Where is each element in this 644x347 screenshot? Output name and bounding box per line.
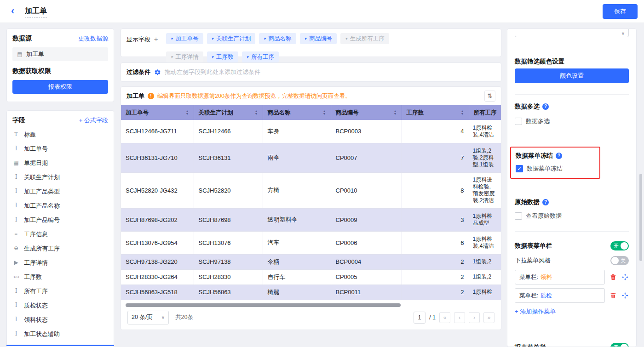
table-cell: 车身 — [263, 120, 331, 143]
title-icon: T — [12, 131, 20, 138]
next-page-button[interactable]: › — [469, 312, 480, 323]
horizontal-scroll-indicator[interactable] — [6, 345, 114, 346]
page-title[interactable]: 加工单 — [25, 6, 47, 18]
last-page-button[interactable]: » — [483, 312, 494, 323]
color-settings-label: 数据筛选颜色设置 — [515, 57, 629, 66]
report-permission-button[interactable]: 报表权限 — [12, 80, 108, 94]
field-item[interactable]: Ⅰ加工产品名称 — [12, 199, 108, 213]
color-settings-button[interactable]: 颜色设置 — [515, 68, 629, 83]
table-cell: 2 — [402, 269, 469, 284]
page-size-select[interactable]: 20 条/页 ∨ — [127, 311, 169, 324]
field-item[interactable]: ⊖生成所有工序 — [12, 241, 108, 256]
chevron-down-icon: ∨ — [621, 31, 625, 36]
table-row[interactable]: SCJH97138-JG220SCJH97138伞柄BCP000421组装,2 — [121, 254, 501, 269]
fields-header: 字段 — [12, 116, 25, 125]
toggle-knob — [621, 344, 628, 347]
prev-page-button[interactable]: ‹ — [454, 312, 465, 323]
change-datasource-link[interactable]: 更改数据源 — [78, 34, 108, 43]
dropdown-style-toggle[interactable]: 关 — [610, 256, 629, 265]
table-row[interactable]: SCJH28330-JG264SCJH28330自行车CP000521组装,2 — [121, 269, 501, 284]
table-cell: BCP0003 — [331, 120, 402, 143]
move-icon[interactable] — [621, 292, 629, 299]
column-header[interactable]: 加工单号▲▼ — [121, 105, 194, 120]
sort-order-icon[interactable]: ⇅ — [484, 91, 495, 102]
menu-name-input[interactable]: 菜单栏: 领料 — [515, 270, 605, 284]
collapsed-dropdown[interactable]: ∨ — [515, 28, 629, 37]
table-row[interactable]: SCJH56863-JG518SCJH56863椅腿BCP001121原料检 — [121, 284, 501, 300]
multiselect-checkbox[interactable] — [515, 118, 522, 125]
field-item[interactable]: ≡工序信息 — [12, 227, 108, 241]
move-icon[interactable] — [621, 273, 629, 281]
toggle-knob — [621, 242, 628, 250]
raw-data-checkbox[interactable] — [515, 212, 522, 220]
display-field-chip[interactable]: ▾加工单号 — [166, 33, 203, 44]
save-button[interactable]: 保存 — [603, 4, 638, 19]
add-display-field-button[interactable]: + — [154, 35, 158, 43]
display-field-chip[interactable]: ▾商品名称 — [259, 33, 296, 44]
table-row[interactable]: SCJH13076-JG954SCJH13076汽车CP000661原料检 装,… — [121, 231, 501, 254]
menu-name-input[interactable]: 菜单栏: 质检 — [515, 288, 605, 303]
menubar-toggle[interactable]: 开 — [610, 241, 629, 250]
add-operation-menu-link[interactable]: + 添加操作菜单 — [515, 307, 629, 316]
display-field-chip[interactable]: ▾商品编号 — [300, 33, 337, 44]
field-item[interactable]: Ⅰ加工产品编号 — [12, 213, 108, 227]
warning-icon: ! — [148, 93, 154, 99]
field-item[interactable]: Ⅰ领料状态 — [12, 313, 108, 327]
field-item[interactable]: T标题 — [12, 127, 108, 142]
column-header[interactable]: 所有工序▲▼ — [469, 105, 501, 120]
field-item[interactable]: ▦单据日期 — [12, 156, 108, 170]
field-item[interactable]: Ⅰ加工状态辅助 — [12, 327, 108, 341]
display-field-chip[interactable]: ▾工序数 — [207, 51, 238, 63]
table-cell: 1原料检 — [469, 284, 501, 300]
field-item[interactable]: ▶工序详情 — [12, 256, 108, 270]
table-row[interactable]: SCJH52820-JG432SCJH52820方椅CP001081原料进 料检… — [121, 172, 501, 208]
filter-panel[interactable]: 过滤条件 拖动左侧字段到此处来添加过滤条件 — [121, 63, 501, 82]
sort-arrows-icon: ▲▼ — [394, 110, 397, 115]
vertical-scrollbar[interactable] — [639, 174, 642, 261]
first-page-button[interactable]: « — [439, 312, 450, 323]
table-cell: SCJH87698 — [194, 208, 263, 231]
table-cell: 1组装,2 — [469, 269, 501, 284]
datasource-header: 数据源 — [12, 34, 32, 43]
table-cell: SCJH56863-JG518 — [121, 284, 194, 300]
freeze-checkbox[interactable]: ✓ — [516, 165, 523, 172]
table-row[interactable]: SCJH36131-JG710SCJH36131雨伞CP000771组装,2 验… — [121, 143, 501, 172]
column-header[interactable]: 关联生产计划▲▼ — [194, 105, 263, 120]
display-field-chip-disabled[interactable]: ▾工序详情 — [166, 51, 203, 63]
table-cell: 8 — [402, 172, 469, 208]
report-menubar-toggle[interactable]: 开 — [610, 343, 629, 347]
trash-icon[interactable] — [610, 273, 617, 281]
column-header[interactable]: 工序数▲▼ — [402, 105, 469, 120]
help-icon[interactable]: ? — [542, 199, 549, 205]
column-header[interactable]: 商品编号▲▼ — [331, 105, 402, 120]
column-header[interactable]: 商品名称▲▼ — [263, 105, 331, 120]
horizontal-scrollbar[interactable] — [125, 303, 497, 307]
gear-icon[interactable] — [154, 69, 161, 76]
help-icon[interactable]: ? — [542, 103, 549, 110]
formula-field-link[interactable]: + 公式字段 — [79, 116, 108, 125]
date-icon: ▦ — [12, 159, 20, 166]
table-scroll-area[interactable]: 加工单号▲▼ 关联生产计划▲▼ 商品名称▲▼ 商品编号▲▼ 工序数▲▼ 所有工序… — [121, 105, 501, 300]
table-row[interactable]: SCJH12466-JG711SCJH12466车身BCP000341原料检 装… — [121, 120, 501, 143]
field-item[interactable]: Ⅰ所有工序 — [12, 284, 108, 298]
field-item[interactable]: Ⅰ关联生产计划 — [12, 170, 108, 184]
table-cell: 1原料检 装,4清洁 — [469, 231, 501, 254]
horizontal-scrollbar-thumb[interactable] — [126, 303, 401, 307]
field-item[interactable]: 123工序数 — [12, 270, 108, 284]
display-field-chip[interactable]: ▾所有工序 — [242, 51, 279, 63]
table-cell: SCJH12466-JG711 — [121, 120, 194, 143]
field-item[interactable]: Ⅰ加工单号 — [12, 142, 108, 156]
page-input[interactable]: 1 — [414, 312, 426, 324]
text-icon: Ⅰ — [12, 145, 20, 152]
display-field-chip-disabled[interactable]: ▾生成所有工序 — [340, 33, 389, 44]
datasource-item[interactable]: ▤ 加工单 — [12, 47, 108, 61]
field-item[interactable]: Ⅰ加工产品类型 — [12, 184, 108, 199]
back-icon[interactable]: ‹ — [11, 5, 14, 17]
table-row[interactable]: SCJH87698-JG202SCJH87698透明塑料伞CP000931原料检… — [121, 208, 501, 231]
sort-arrows-icon: ▲▼ — [186, 110, 189, 115]
help-icon[interactable]: ? — [556, 153, 562, 159]
field-item[interactable]: Ⅰ质检状态 — [12, 298, 108, 313]
display-field-chip[interactable]: ▾关联生产计划 — [207, 33, 256, 44]
trash-icon[interactable] — [610, 292, 617, 299]
table-cell: SCJH28330 — [194, 269, 263, 284]
